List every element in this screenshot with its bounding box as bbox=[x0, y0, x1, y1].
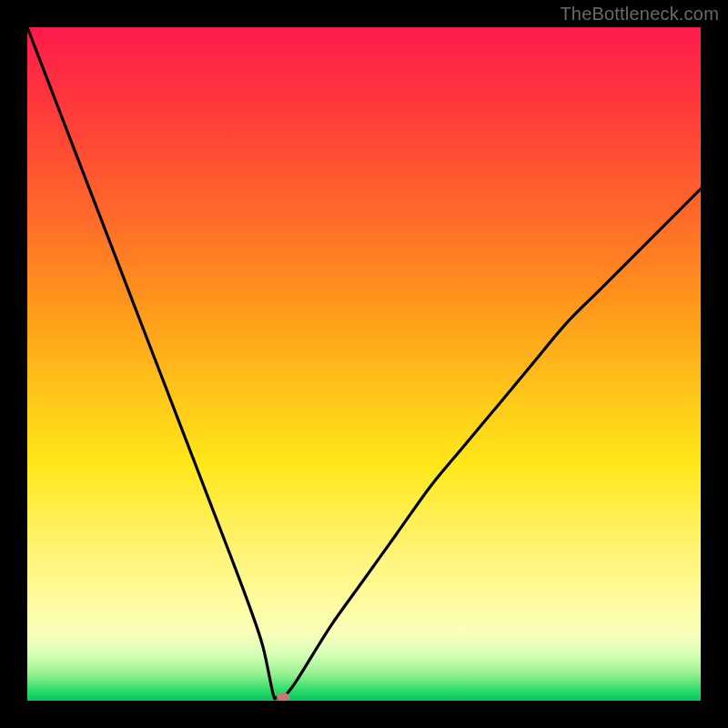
bottleneck-curve bbox=[27, 27, 701, 701]
attribution-text: TheBottleneck.com bbox=[560, 4, 719, 25]
chart-plot-area bbox=[27, 27, 701, 701]
optimum-dot bbox=[277, 693, 289, 701]
curve-path bbox=[27, 27, 701, 699]
